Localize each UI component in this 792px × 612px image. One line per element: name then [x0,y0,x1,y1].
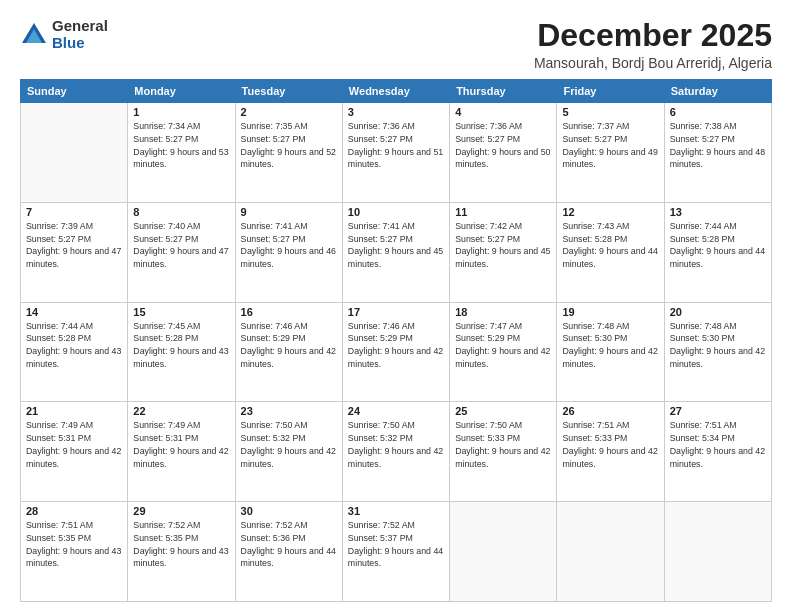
calendar-cell: 24Sunrise: 7:50 AMSunset: 5:32 PMDayligh… [342,402,449,502]
day-header-sunday: Sunday [21,80,128,103]
day-number: 8 [133,206,229,218]
day-number: 4 [455,106,551,118]
calendar-cell: 15Sunrise: 7:45 AMSunset: 5:28 PMDayligh… [128,302,235,402]
day-number: 1 [133,106,229,118]
day-number: 13 [670,206,766,218]
day-number: 27 [670,405,766,417]
day-number: 10 [348,206,444,218]
calendar-cell: 12Sunrise: 7:43 AMSunset: 5:28 PMDayligh… [557,202,664,302]
week-row-0: 1Sunrise: 7:34 AMSunset: 5:27 PMDaylight… [21,103,772,203]
week-row-4: 28Sunrise: 7:51 AMSunset: 5:35 PMDayligh… [21,502,772,602]
day-number: 20 [670,306,766,318]
day-number: 18 [455,306,551,318]
day-number: 29 [133,505,229,517]
calendar-cell: 25Sunrise: 7:50 AMSunset: 5:33 PMDayligh… [450,402,557,502]
day-info: Sunrise: 7:47 AMSunset: 5:29 PMDaylight:… [455,320,551,371]
calendar-cell: 29Sunrise: 7:52 AMSunset: 5:35 PMDayligh… [128,502,235,602]
calendar-cell: 2Sunrise: 7:35 AMSunset: 5:27 PMDaylight… [235,103,342,203]
day-info: Sunrise: 7:52 AMSunset: 5:37 PMDaylight:… [348,519,444,570]
day-number: 30 [241,505,337,517]
day-number: 2 [241,106,337,118]
day-number: 24 [348,405,444,417]
title-area: December 2025 Mansourah, Bordj Bou Arrer… [534,18,772,71]
day-number: 7 [26,206,122,218]
calendar-cell: 21Sunrise: 7:49 AMSunset: 5:31 PMDayligh… [21,402,128,502]
day-header-friday: Friday [557,80,664,103]
calendar-cell [664,502,771,602]
day-info: Sunrise: 7:52 AMSunset: 5:35 PMDaylight:… [133,519,229,570]
calendar-cell: 5Sunrise: 7:37 AMSunset: 5:27 PMDaylight… [557,103,664,203]
day-number: 21 [26,405,122,417]
subtitle: Mansourah, Bordj Bou Arreridj, Algeria [534,55,772,71]
logo-blue: Blue [52,35,108,52]
day-header-monday: Monday [128,80,235,103]
day-header-saturday: Saturday [664,80,771,103]
calendar-cell [557,502,664,602]
day-number: 28 [26,505,122,517]
calendar-cell: 6Sunrise: 7:38 AMSunset: 5:27 PMDaylight… [664,103,771,203]
calendar: SundayMondayTuesdayWednesdayThursdayFrid… [20,79,772,602]
calendar-cell: 1Sunrise: 7:34 AMSunset: 5:27 PMDaylight… [128,103,235,203]
day-info: Sunrise: 7:36 AMSunset: 5:27 PMDaylight:… [455,120,551,171]
day-number: 16 [241,306,337,318]
calendar-cell: 30Sunrise: 7:52 AMSunset: 5:36 PMDayligh… [235,502,342,602]
day-number: 23 [241,405,337,417]
calendar-cell: 4Sunrise: 7:36 AMSunset: 5:27 PMDaylight… [450,103,557,203]
day-header-tuesday: Tuesday [235,80,342,103]
day-info: Sunrise: 7:37 AMSunset: 5:27 PMDaylight:… [562,120,658,171]
calendar-cell: 16Sunrise: 7:46 AMSunset: 5:29 PMDayligh… [235,302,342,402]
calendar-cell: 8Sunrise: 7:40 AMSunset: 5:27 PMDaylight… [128,202,235,302]
calendar-cell: 3Sunrise: 7:36 AMSunset: 5:27 PMDaylight… [342,103,449,203]
day-info: Sunrise: 7:51 AMSunset: 5:33 PMDaylight:… [562,419,658,470]
calendar-header-row: SundayMondayTuesdayWednesdayThursdayFrid… [21,80,772,103]
week-row-1: 7Sunrise: 7:39 AMSunset: 5:27 PMDaylight… [21,202,772,302]
calendar-cell: 27Sunrise: 7:51 AMSunset: 5:34 PMDayligh… [664,402,771,502]
calendar-cell: 23Sunrise: 7:50 AMSunset: 5:32 PMDayligh… [235,402,342,502]
calendar-cell: 18Sunrise: 7:47 AMSunset: 5:29 PMDayligh… [450,302,557,402]
day-info: Sunrise: 7:51 AMSunset: 5:35 PMDaylight:… [26,519,122,570]
day-number: 12 [562,206,658,218]
calendar-cell: 28Sunrise: 7:51 AMSunset: 5:35 PMDayligh… [21,502,128,602]
day-number: 15 [133,306,229,318]
day-info: Sunrise: 7:46 AMSunset: 5:29 PMDaylight:… [348,320,444,371]
logo-icon [20,21,48,49]
day-number: 14 [26,306,122,318]
calendar-cell: 22Sunrise: 7:49 AMSunset: 5:31 PMDayligh… [128,402,235,502]
day-info: Sunrise: 7:46 AMSunset: 5:29 PMDaylight:… [241,320,337,371]
page: General Blue December 2025 Mansourah, Bo… [0,0,792,612]
day-info: Sunrise: 7:40 AMSunset: 5:27 PMDaylight:… [133,220,229,271]
day-number: 3 [348,106,444,118]
calendar-cell [450,502,557,602]
day-number: 9 [241,206,337,218]
calendar-cell: 11Sunrise: 7:42 AMSunset: 5:27 PMDayligh… [450,202,557,302]
day-info: Sunrise: 7:44 AMSunset: 5:28 PMDaylight:… [26,320,122,371]
logo-text: General Blue [52,18,108,51]
day-info: Sunrise: 7:51 AMSunset: 5:34 PMDaylight:… [670,419,766,470]
day-header-wednesday: Wednesday [342,80,449,103]
calendar-cell: 9Sunrise: 7:41 AMSunset: 5:27 PMDaylight… [235,202,342,302]
day-number: 11 [455,206,551,218]
calendar-cell [21,103,128,203]
calendar-cell: 31Sunrise: 7:52 AMSunset: 5:37 PMDayligh… [342,502,449,602]
day-info: Sunrise: 7:50 AMSunset: 5:32 PMDaylight:… [348,419,444,470]
day-number: 25 [455,405,551,417]
day-info: Sunrise: 7:52 AMSunset: 5:36 PMDaylight:… [241,519,337,570]
week-row-3: 21Sunrise: 7:49 AMSunset: 5:31 PMDayligh… [21,402,772,502]
day-info: Sunrise: 7:48 AMSunset: 5:30 PMDaylight:… [670,320,766,371]
day-info: Sunrise: 7:41 AMSunset: 5:27 PMDaylight:… [241,220,337,271]
calendar-cell: 7Sunrise: 7:39 AMSunset: 5:27 PMDaylight… [21,202,128,302]
calendar-cell: 17Sunrise: 7:46 AMSunset: 5:29 PMDayligh… [342,302,449,402]
day-info: Sunrise: 7:49 AMSunset: 5:31 PMDaylight:… [26,419,122,470]
day-info: Sunrise: 7:43 AMSunset: 5:28 PMDaylight:… [562,220,658,271]
day-info: Sunrise: 7:50 AMSunset: 5:32 PMDaylight:… [241,419,337,470]
day-info: Sunrise: 7:50 AMSunset: 5:33 PMDaylight:… [455,419,551,470]
logo: General Blue [20,18,108,51]
calendar-cell: 13Sunrise: 7:44 AMSunset: 5:28 PMDayligh… [664,202,771,302]
day-header-thursday: Thursday [450,80,557,103]
calendar-cell: 26Sunrise: 7:51 AMSunset: 5:33 PMDayligh… [557,402,664,502]
day-info: Sunrise: 7:39 AMSunset: 5:27 PMDaylight:… [26,220,122,271]
logo-general: General [52,18,108,35]
day-info: Sunrise: 7:48 AMSunset: 5:30 PMDaylight:… [562,320,658,371]
day-number: 19 [562,306,658,318]
day-info: Sunrise: 7:42 AMSunset: 5:27 PMDaylight:… [455,220,551,271]
